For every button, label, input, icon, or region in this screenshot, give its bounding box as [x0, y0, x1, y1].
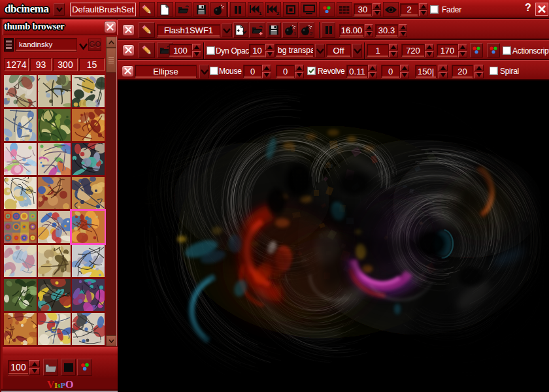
svg-text:1: 1: [259, 10, 262, 15]
svg-text:1: 1: [293, 31, 297, 37]
svg-text:2: 2: [276, 10, 280, 15]
svg-text:2: 2: [310, 31, 313, 37]
